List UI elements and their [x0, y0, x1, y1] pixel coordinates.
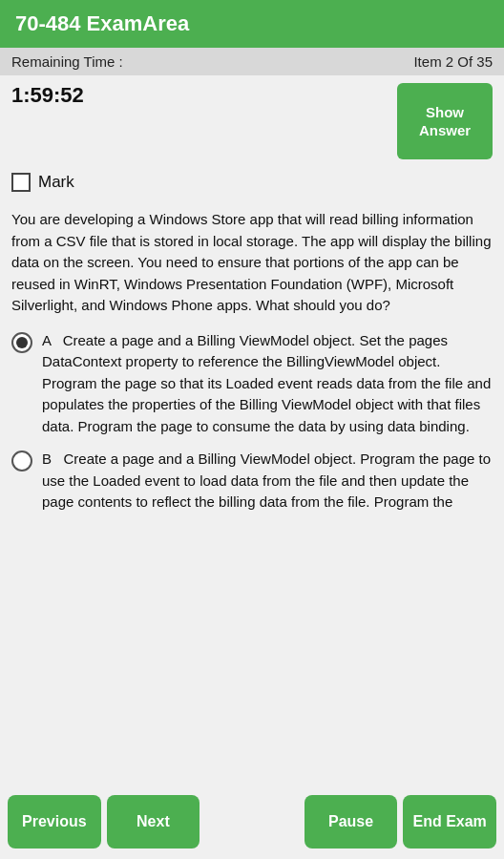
- option-b[interactable]: B Create a page and a Billing ViewModel …: [11, 449, 493, 513]
- question-text: You are developing a Windows Store app t…: [11, 209, 493, 317]
- radio-a[interactable]: [11, 332, 32, 353]
- option-b-text: B Create a page and a Billing ViewModel …: [42, 449, 493, 513]
- previous-button[interactable]: Previous: [8, 795, 101, 849]
- timer-display: 1:59:52: [11, 83, 84, 108]
- radio-outer-b[interactable]: [11, 450, 32, 471]
- item-info: Item 2 Of 35: [413, 53, 493, 70]
- mark-row: Mark: [0, 167, 504, 199]
- pause-button[interactable]: Pause: [304, 795, 398, 849]
- next-button[interactable]: Next: [107, 795, 200, 849]
- option-a[interactable]: A Create a page and a Billing ViewModel …: [11, 330, 493, 438]
- mark-label: Mark: [38, 173, 74, 192]
- remaining-time-label: Remaining Time :: [11, 53, 123, 70]
- radio-inner-a: [16, 337, 28, 348]
- timer-row: 1:59:52 Show Answer: [0, 75, 504, 167]
- radio-outer-a[interactable]: [11, 332, 32, 353]
- sub-header: Remaining Time : Item 2 Of 35: [0, 48, 504, 75]
- show-answer-button[interactable]: Show Answer: [397, 83, 493, 159]
- radio-b[interactable]: [11, 450, 32, 471]
- app-title: 70-484 ExamArea: [15, 11, 189, 35]
- mark-checkbox[interactable]: [11, 173, 31, 192]
- option-a-text: A Create a page and a Billing ViewModel …: [42, 330, 493, 438]
- app-header: 70-484 ExamArea: [0, 0, 504, 48]
- end-exam-button[interactable]: End Exam: [403, 795, 496, 849]
- bottom-nav: Previous Next Pause End Exam: [0, 785, 504, 859]
- content-area: You are developing a Windows Store app t…: [0, 199, 504, 785]
